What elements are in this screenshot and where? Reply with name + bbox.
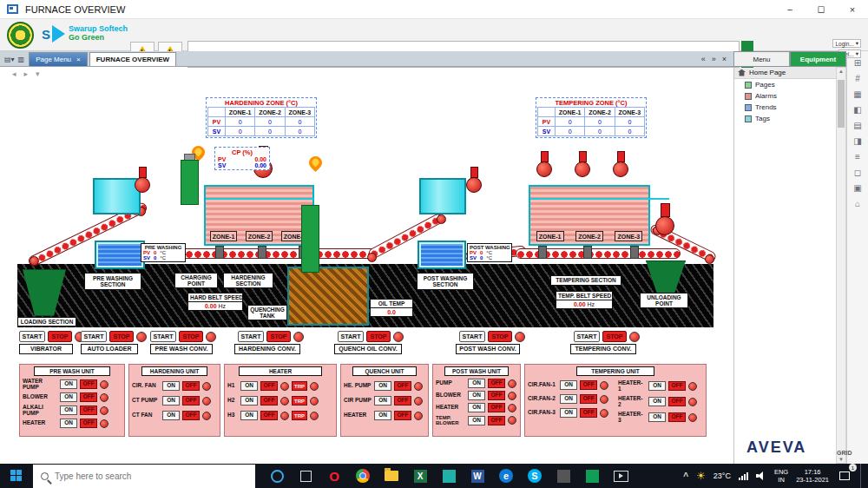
search-input[interactable] [55,472,228,481]
trip-button[interactable]: TRP [292,396,307,406]
app-icon[interactable] [441,468,457,484]
off-button[interactable]: OFF [488,391,505,400]
app-icon[interactable] [556,468,571,484]
off-button[interactable]: OFF [488,403,505,412]
file-explorer-icon[interactable] [384,468,399,484]
on-button[interactable]: ON [60,419,77,428]
off-button[interactable]: OFF [80,406,97,415]
off-button[interactable]: OFF [580,380,597,390]
back-icon[interactable]: ◂ [12,69,16,78]
on-button[interactable]: ON [162,396,180,406]
on-button[interactable]: ON [560,380,577,390]
off-button[interactable]: OFF [580,394,597,404]
task-view-icon[interactable] [298,468,313,484]
media-player-icon[interactable] [613,468,628,484]
edge-icon[interactable]: e [498,468,514,484]
off-button[interactable]: OFF [668,397,686,406]
rail-icon[interactable]: ◨ [853,136,861,146]
on-button[interactable]: ON [240,411,258,420]
stop-button[interactable]: STOP [602,331,627,342]
off-button[interactable]: OFF [394,411,411,420]
off-button[interactable]: OFF [580,408,597,418]
close-button[interactable]: × [837,0,868,19]
network-icon[interactable] [739,472,748,480]
on-button[interactable]: ON [162,381,180,391]
off-button[interactable]: OFF [80,419,97,428]
refresh-icon[interactable]: ▾ [36,69,40,78]
app-icon[interactable]: W [470,468,485,484]
off-button[interactable]: OFF [668,381,686,391]
scroll-up-icon[interactable]: ▲ [837,69,845,74]
sidebar-item-home[interactable]: Home Page [734,67,836,79]
sidebar-tab-menu[interactable]: Menu [733,51,790,67]
stop-button[interactable]: STOP [179,331,203,342]
off-button[interactable]: OFF [668,412,686,422]
rail-icon[interactable]: ⊞ [854,58,861,68]
show-desktop-button[interactable] [860,464,864,488]
sidebar-item-alarms[interactable]: Alarms [734,90,836,102]
stop-button[interactable]: STOP [48,331,72,342]
on-button[interactable]: ON [468,403,485,412]
rail-icon[interactable]: ≡ [855,152,860,162]
on-button[interactable]: ON [468,391,485,400]
off-button[interactable]: OFF [80,392,97,402]
login-dropdown[interactable]: Login...▾ [832,39,861,48]
on-button[interactable]: ON [60,379,77,389]
excel-icon[interactable]: X [412,468,428,484]
on-button[interactable]: ON [162,411,180,420]
start-button[interactable]: START [574,331,600,342]
start-button[interactable]: START [81,331,107,342]
forward-icon[interactable]: ▸ [24,69,29,78]
stop-button[interactable]: STOP [266,331,291,342]
off-button[interactable]: OFF [394,396,411,406]
on-button[interactable]: ON [468,416,485,425]
off-button[interactable]: OFF [394,381,411,391]
stop-button[interactable]: STOP [488,331,512,342]
off-button[interactable]: OFF [260,381,278,391]
close-tabgroup-icon[interactable]: × [722,55,727,63]
pages-menu-icon[interactable]: ▤▾ [4,56,15,63]
hidden-icons-chevron[interactable]: ^ [683,472,688,481]
sidebar-item-tags[interactable]: Tags [734,113,836,124]
scroll-tabs-right-icon[interactable]: » [712,55,716,63]
sidebar-item-trends[interactable]: Trends [734,102,836,113]
rail-icon[interactable]: ▦ [853,89,861,99]
action-center-icon[interactable]: 1 [837,468,852,484]
rail-icon[interactable]: ◻ [854,168,861,177]
trip-button[interactable]: TRP [292,381,307,391]
volume-icon[interactable] [756,471,766,481]
cortana-icon[interactable] [269,468,285,484]
off-button[interactable]: OFF [488,379,505,388]
on-button[interactable]: ON [240,381,258,391]
sidebar-tab-equipment[interactable]: Equipment [790,51,846,67]
off-button[interactable]: OFF [80,379,97,389]
chrome-icon[interactable] [355,468,371,484]
skype-icon[interactable]: S [527,468,542,484]
on-button[interactable]: ON [560,408,577,418]
documents-icon[interactable]: ▥ [18,56,25,63]
rail-icon[interactable]: ⌂ [855,199,860,208]
start-button[interactable]: START [19,331,45,342]
start-button[interactable]: START [459,331,485,342]
rail-icon[interactable]: # [855,74,860,83]
taskbar-search[interactable] [33,465,255,488]
off-button[interactable]: OFF [260,396,278,406]
on-button[interactable]: ON [60,406,77,415]
maximize-button[interactable]: ◻ [806,0,837,19]
on-button[interactable]: ON [560,394,577,404]
sheets-icon[interactable] [584,468,600,484]
on-button[interactable]: ON [468,379,485,388]
trip-button[interactable]: TRP [292,411,307,420]
off-button[interactable]: OFF [488,416,505,425]
opera-icon[interactable]: O [326,468,342,484]
off-button[interactable]: OFF [260,411,278,420]
scroll-down-icon[interactable]: ▼ [837,457,845,462]
off-button[interactable]: OFF [182,381,200,391]
minimize-button[interactable]: − [774,0,806,19]
on-button[interactable]: ON [648,397,666,406]
weather-temp[interactable]: 23°C [713,472,731,480]
tab-furnace-overview[interactable]: FURNACE OVERVIEW [89,52,176,66]
on-button[interactable]: ON [374,381,391,391]
stop-button[interactable]: STOP [109,331,134,342]
off-button[interactable]: OFF [182,396,200,406]
